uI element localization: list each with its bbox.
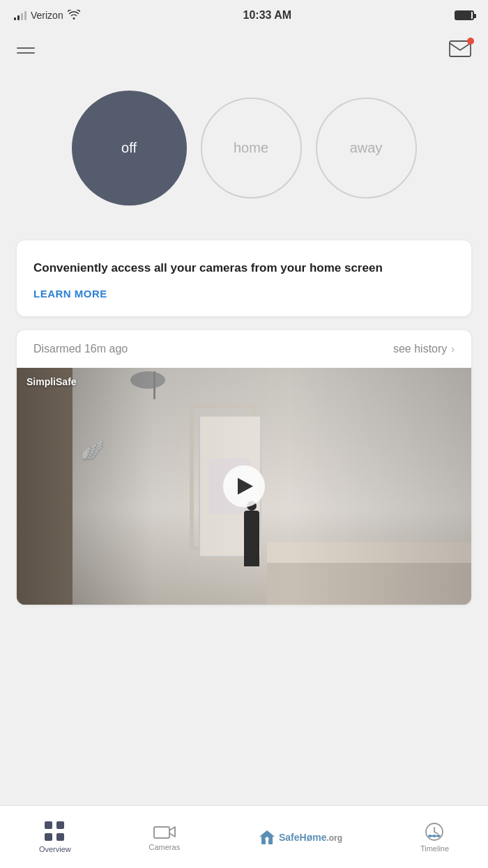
- wifi-icon: [68, 10, 80, 22]
- nav-item-timeline[interactable]: Timeline: [409, 816, 460, 858]
- status-bar-left: Verizon: [14, 10, 80, 22]
- top-nav: [0, 31, 488, 70]
- carrier-label: Verizon: [31, 10, 63, 21]
- mode-off-button[interactable]: off: [72, 91, 187, 206]
- mode-selector: off home away: [0, 70, 488, 240]
- see-history-link[interactable]: see history ›: [393, 343, 455, 355]
- safehome-text: SafeHøme.org: [279, 832, 342, 843]
- chevron-right-icon: ›: [451, 343, 455, 355]
- hamburger-line-2: [17, 52, 35, 54]
- svg-line-5: [434, 832, 438, 834]
- timeline-icon: [425, 822, 444, 842]
- mode-home-button[interactable]: home: [201, 98, 302, 199]
- svg-point-7: [433, 835, 436, 837]
- history-video-card: Disarmed 16m ago see history › 🪽: [17, 330, 471, 605]
- see-history-text: see history: [393, 343, 447, 355]
- play-button[interactable]: [223, 465, 265, 507]
- signal-icon: [14, 10, 26, 20]
- learn-more-link[interactable]: LEARN MORE: [33, 288, 455, 300]
- cameras-label: Cameras: [149, 843, 181, 851]
- camera-banner-title: Conveniently access all your cameras fro…: [33, 260, 455, 277]
- nav-item-safehome[interactable]: SafeHøme.org: [247, 823, 353, 851]
- nav-item-overview[interactable]: Overview: [28, 816, 82, 859]
- video-feed[interactable]: 🪽 SimpliSafe: [17, 368, 471, 605]
- battery-icon: [455, 10, 474, 20]
- history-status: Disarmed 16m ago: [33, 343, 128, 355]
- camera-icon: [153, 823, 176, 840]
- safehome-brand: SafeHøme.org: [258, 829, 342, 846]
- status-bar-right: [455, 10, 474, 20]
- status-time: 10:33 AM: [243, 9, 292, 22]
- status-bar: Verizon 10:33 AM: [0, 0, 488, 31]
- hamburger-menu[interactable]: [17, 47, 35, 54]
- nav-item-cameras[interactable]: Cameras: [138, 818, 192, 857]
- mode-away-button[interactable]: away: [316, 98, 417, 199]
- overview-icon: [45, 821, 66, 842]
- timeline-label: Timeline: [420, 844, 449, 853]
- hamburger-line-1: [17, 47, 35, 49]
- safehome-house-icon: [258, 829, 276, 846]
- messages-button[interactable]: [449, 40, 471, 60]
- history-row: Disarmed 16m ago see history ›: [17, 330, 471, 368]
- camera-banner-card: Conveniently access all your cameras fro…: [17, 240, 471, 316]
- notification-badge: [467, 38, 474, 45]
- main-content: off home away Conveniently access all yo…: [0, 70, 488, 674]
- overview-label: Overview: [39, 845, 71, 853]
- play-triangle-icon: [238, 478, 253, 495]
- video-watermark: SimpliSafe: [26, 376, 77, 387]
- bottom-nav: Overview Cameras SafeHøme.org: [0, 805, 488, 868]
- svg-rect-1: [154, 827, 169, 838]
